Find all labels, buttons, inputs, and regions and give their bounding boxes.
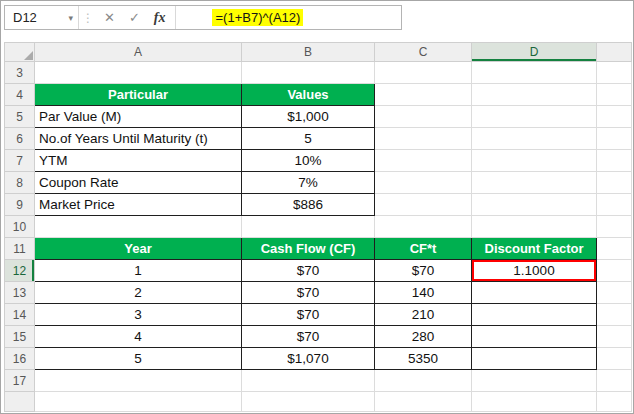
cell-A9[interactable]: Market Price [35, 194, 242, 216]
cell-D14[interactable] [472, 304, 597, 326]
row-header-12[interactable]: 12 [5, 260, 35, 282]
row-header-14[interactable]: 14 [5, 304, 35, 326]
row-header-17[interactable]: 17 [5, 370, 35, 392]
cell-A3[interactable] [35, 62, 242, 84]
cell-A8[interactable]: Coupon Rate [35, 172, 242, 194]
cell-D12[interactable]: 1.1000 [472, 260, 597, 282]
cell-B8[interactable]: 7% [242, 172, 375, 194]
cell-B14[interactable]: $70 [242, 304, 375, 326]
cell-D8[interactable] [472, 172, 597, 194]
cell-B15[interactable]: $70 [242, 326, 375, 348]
cell-B16[interactable]: $1,070 [242, 348, 375, 370]
cell-C17[interactable] [375, 370, 472, 392]
name-box[interactable]: D12 ▾ [5, 6, 79, 29]
cell-B11[interactable]: Cash Flow (CF) [242, 238, 375, 260]
cell-C5[interactable] [375, 106, 472, 128]
column-header-A[interactable]: A [35, 43, 242, 62]
cell-filler-11[interactable] [597, 238, 632, 260]
cell-B17[interactable] [242, 370, 375, 392]
cell-filler-16[interactable] [597, 348, 632, 370]
cell-A13[interactable]: 2 [35, 282, 242, 304]
cell-C8[interactable] [375, 172, 472, 194]
cell-D17[interactable] [472, 370, 597, 392]
cell-A12[interactable]: 1 [35, 260, 242, 282]
cell-D6[interactable] [472, 128, 597, 150]
cell-B3[interactable] [242, 62, 375, 84]
cell-D11[interactable]: Discount Factor [472, 238, 597, 260]
select-all-button[interactable] [5, 43, 35, 62]
cell-filler-4[interactable] [597, 84, 632, 106]
cell-B12[interactable]: $70 [242, 260, 375, 282]
cell-D10[interactable] [472, 216, 597, 238]
cell-B6[interactable]: 5 [242, 128, 375, 150]
cell-D9[interactable] [472, 194, 597, 216]
enter-icon[interactable]: ✓ [122, 6, 147, 29]
cell-D13[interactable] [472, 282, 597, 304]
cell-A16[interactable]: 5 [35, 348, 242, 370]
cell-A5[interactable]: Par Value (M) [35, 106, 242, 128]
cell-filler-5[interactable] [597, 106, 632, 128]
cell-A10[interactable] [35, 216, 242, 238]
cell-filler-17[interactable] [597, 370, 632, 392]
cancel-icon[interactable]: ✕ [97, 6, 122, 29]
cell-A6[interactable]: No.of Years Until Maturity (t) [35, 128, 242, 150]
cell-C7[interactable] [375, 150, 472, 172]
cell-filler-6[interactable] [597, 128, 632, 150]
column-header-C[interactable]: C [375, 43, 472, 62]
cell-filler-7[interactable] [597, 150, 632, 172]
cell-C10[interactable] [375, 216, 472, 238]
cell-C4[interactable] [375, 84, 472, 106]
row-header-5[interactable]: 5 [5, 106, 35, 128]
name-box-dropdown-icon[interactable]: ▾ [68, 13, 73, 23]
cell-C6[interactable] [375, 128, 472, 150]
cell-B10[interactable] [242, 216, 375, 238]
cell-filler-8[interactable] [597, 172, 632, 194]
cell-A7[interactable]: YTM [35, 150, 242, 172]
cell-filler-10[interactable] [597, 216, 632, 238]
formula-input[interactable]: =(1+B7)^(A12) [175, 6, 401, 29]
cell-A15[interactable]: 4 [35, 326, 242, 348]
cell-B9[interactable]: $886 [242, 194, 375, 216]
cell-A11[interactable]: Year [35, 238, 242, 260]
row-header-11[interactable]: 11 [5, 238, 35, 260]
cell-C16[interactable]: 5350 [375, 348, 472, 370]
cell-A4[interactable]: Particular [35, 84, 242, 106]
row-header-9[interactable]: 9 [5, 194, 35, 216]
cell-filler-12[interactable] [597, 260, 632, 282]
cell-C11[interactable]: CF*t [375, 238, 472, 260]
cell-C12[interactable]: $70 [375, 260, 472, 282]
cell-C15[interactable]: 280 [375, 326, 472, 348]
row-header-7[interactable]: 7 [5, 150, 35, 172]
cell-D15[interactable] [472, 326, 597, 348]
column-header-B[interactable]: B [242, 43, 375, 62]
cell-D4[interactable] [472, 84, 597, 106]
cell-C14[interactable]: 210 [375, 304, 472, 326]
cell-filler-14[interactable] [597, 304, 632, 326]
cell-D7[interactable] [472, 150, 597, 172]
cell-filler-9[interactable] [597, 194, 632, 216]
cell-B5[interactable]: $1,000 [242, 106, 375, 128]
cell-C13[interactable]: 140 [375, 282, 472, 304]
row-header-8[interactable]: 8 [5, 172, 35, 194]
row-header-15[interactable]: 15 [5, 326, 35, 348]
cell-D5[interactable] [472, 106, 597, 128]
row-header-4[interactable]: 4 [5, 84, 35, 106]
row-header-6[interactable]: 6 [5, 128, 35, 150]
cell-filler-15[interactable] [597, 326, 632, 348]
cell-B4[interactable]: Values [242, 84, 375, 106]
row-header-13[interactable]: 13 [5, 282, 35, 304]
cell-A14[interactable]: 3 [35, 304, 242, 326]
cell-A17[interactable] [35, 370, 242, 392]
cell-D3[interactable] [472, 62, 597, 84]
cell-B7[interactable]: 10% [242, 150, 375, 172]
cell-D16[interactable] [472, 348, 597, 370]
insert-function-icon[interactable]: fx [147, 6, 176, 29]
row-header-3[interactable]: 3 [5, 62, 35, 84]
cell-C9[interactable] [375, 194, 472, 216]
row-header-16[interactable]: 16 [5, 348, 35, 370]
cell-filler-3[interactable] [597, 62, 632, 84]
column-header-D[interactable]: D [472, 43, 597, 62]
row-header-10[interactable]: 10 [5, 216, 35, 238]
cell-C3[interactable] [375, 62, 472, 84]
cell-filler-13[interactable] [597, 282, 632, 304]
